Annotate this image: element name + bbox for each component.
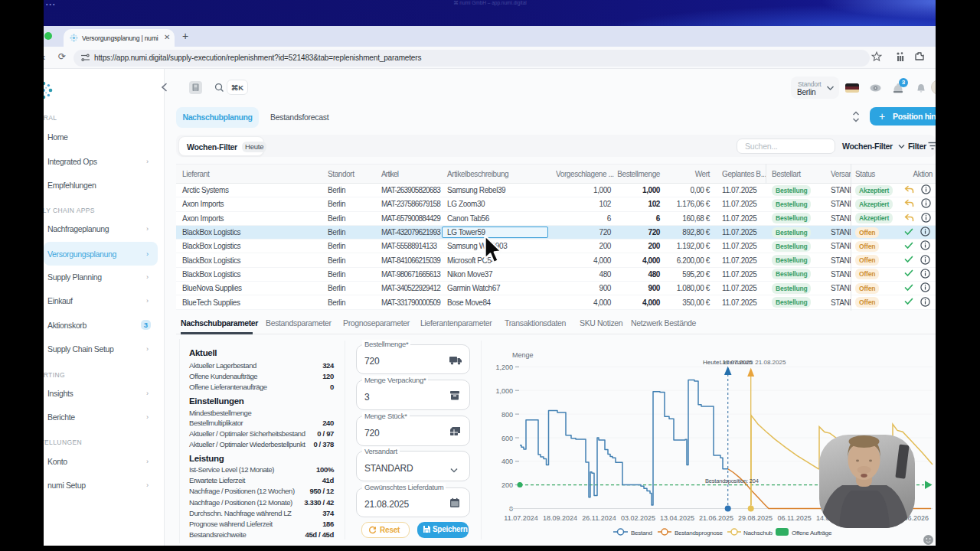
svg-text:Bestandsprognose: Bestandsprognose <box>675 530 724 536</box>
svg-text:1,000: 1,000 <box>495 387 513 395</box>
svg-text:03.02.2025: 03.02.2025 <box>621 514 655 522</box>
svg-text:29.08.2025: 29.08.2025 <box>738 514 773 522</box>
svg-text:800: 800 <box>501 411 513 419</box>
svg-text:Bestandsposition: 204: Bestandsposition: 204 <box>705 478 759 484</box>
svg-text:400: 400 <box>501 458 513 465</box>
svg-text:21.06.2025: 21.06.2025 <box>699 514 733 522</box>
svg-text:11.07.2024: 11.07.2024 <box>504 514 537 522</box>
svg-text:600: 600 <box>501 435 513 442</box>
svg-text:06.11.2025: 06.11.2025 <box>777 514 811 522</box>
svg-text:200: 200 <box>501 481 513 489</box>
svg-text:Lieferdatum: 21.08.2025: Lieferdatum: 21.08.2025 <box>720 359 786 366</box>
svg-text:1,200: 1,200 <box>495 364 513 371</box>
svg-text:13.04.2025: 13.04.2025 <box>660 514 694 522</box>
svg-text:Offene Aufträge: Offene Aufträge <box>792 530 832 536</box>
svg-text:Bestand: Bestand <box>631 530 652 536</box>
svg-text:Menge: Menge <box>512 351 534 359</box>
svg-text:26.11.2024: 26.11.2024 <box>582 514 616 522</box>
svg-text:18.09.2024: 18.09.2024 <box>543 514 577 522</box>
svg-text:Nachschub: Nachschub <box>743 530 773 536</box>
